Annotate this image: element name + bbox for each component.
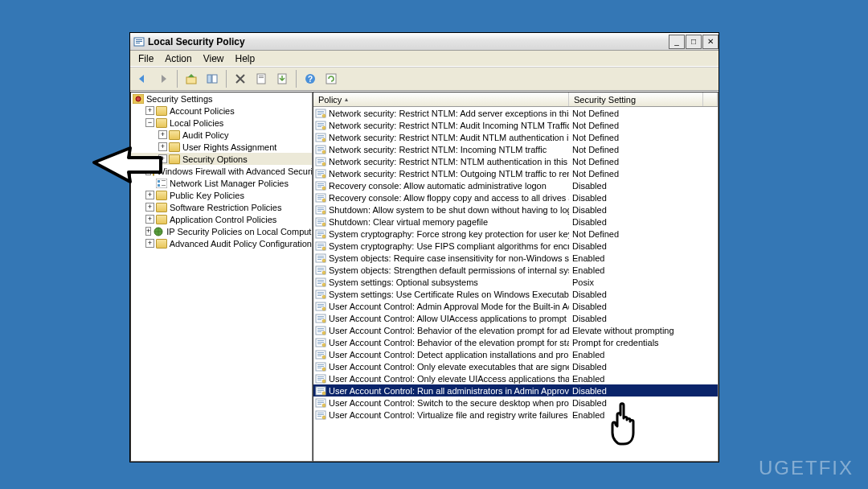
policy-setting: Disabled: [569, 290, 718, 299]
menu-action[interactable]: Action: [160, 51, 196, 66]
policy-row[interactable]: Shutdown: Allow system to be shut down w…: [313, 203, 718, 216]
policy-icon: [315, 145, 326, 154]
expander-icon[interactable]: +: [145, 166, 151, 175]
menu-view[interactable]: View: [199, 51, 229, 66]
app-icon: [133, 36, 145, 47]
policy-row[interactable]: User Account Control: Run all administra…: [313, 384, 718, 397]
tree-app-control[interactable]: +Application Control Policies: [131, 213, 312, 225]
expander-icon[interactable]: +: [158, 154, 167, 163]
svg-rect-3: [136, 43, 140, 43]
tree-user-rights[interactable]: +User Rights Assignment: [131, 141, 312, 153]
menu-help[interactable]: Help: [231, 51, 260, 66]
policy-row[interactable]: System objects: Require case insensitivi…: [313, 252, 718, 264]
column-security-setting[interactable]: Security Setting: [569, 92, 703, 106]
ip-security-icon: [153, 227, 164, 236]
tree-network-list[interactable]: Network List Manager Policies: [131, 177, 312, 189]
tree-software-restriction[interactable]: +Software Restriction Policies: [131, 201, 312, 213]
policy-row[interactable]: Network security: Restrict NTLM: Incomin…: [313, 143, 718, 155]
up-button[interactable]: [182, 70, 200, 88]
policy-row[interactable]: Recovery console: Allow automatic admini…: [313, 179, 718, 191]
policy-row[interactable]: User Account Control: Only elevate UIAcc…: [313, 372, 718, 384]
minimize-button[interactable]: _: [669, 35, 685, 49]
policy-row[interactable]: Recovery console: Allow floppy copy and …: [313, 191, 718, 203]
help-button[interactable]: ?: [301, 70, 319, 88]
tree-account-policies[interactable]: +Account Policies: [131, 105, 312, 117]
close-button[interactable]: ✕: [702, 35, 719, 49]
tree-audit-policy[interactable]: +Audit Policy: [131, 129, 312, 141]
svg-rect-143: [317, 401, 324, 401]
policy-row[interactable]: User Account Control: Behavior of the el…: [313, 336, 718, 348]
expander-icon[interactable]: +: [158, 130, 167, 139]
policy-icon: [315, 326, 326, 335]
svg-rect-148: [317, 413, 324, 413]
policy-row[interactable]: Network security: Restrict NTLM: Audit I…: [313, 119, 718, 131]
tree-firewall[interactable]: +Windows Firewall with Advanced Security: [131, 165, 312, 177]
tree-security-options[interactable]: +Security Options: [131, 153, 312, 165]
policy-row[interactable]: Shutdown: Clear virtual memory pagefileD…: [313, 216, 718, 228]
svg-rect-93: [317, 280, 324, 281]
policy-row[interactable]: Network security: Restrict NTLM: NTLM au…: [313, 155, 718, 167]
expander-icon[interactable]: +: [145, 106, 154, 115]
forward-button[interactable]: [154, 70, 172, 88]
expander-icon[interactable]: +: [145, 203, 154, 212]
svg-point-96: [322, 283, 326, 286]
expander-icon[interactable]: +: [145, 239, 154, 248]
svg-rect-85: [317, 259, 321, 260]
policy-row[interactable]: Network security: Restrict NTLM: Audit N…: [313, 131, 718, 143]
menu-file[interactable]: File: [133, 51, 158, 66]
policy-row[interactable]: User Account Control: Virtualize file an…: [313, 409, 718, 421]
expander-icon[interactable]: +: [145, 227, 151, 236]
maximize-button[interactable]: □: [686, 35, 702, 49]
tree-advanced-audit[interactable]: +Advanced Audit Policy Configuration: [131, 237, 312, 249]
list-header: Policy▴ Security Setting: [313, 92, 718, 107]
tree-root[interactable]: Security Settings: [131, 92, 312, 105]
policy-row[interactable]: Network security: Restrict NTLM: Outgoin…: [313, 167, 718, 179]
svg-rect-20: [162, 185, 166, 186]
policy-row[interactable]: System settings: Optional subsystemsPosi…: [313, 276, 718, 288]
policy-row[interactable]: User Account Control: Only elevate execu…: [313, 360, 718, 372]
refresh-button[interactable]: [322, 70, 340, 88]
tree-label: Advanced Audit Policy Configuration: [170, 239, 312, 249]
expander-icon[interactable]: +: [158, 142, 167, 151]
tree-local-policies[interactable]: −Local Policies: [131, 117, 312, 129]
properties-button[interactable]: [252, 70, 270, 88]
policy-row[interactable]: System cryptography: Use FIPS compliant …: [313, 240, 718, 252]
svg-rect-134: [317, 378, 324, 379]
svg-text:?: ?: [308, 75, 313, 84]
expander-icon[interactable]: +: [145, 215, 154, 224]
policy-icon: [315, 253, 326, 263]
column-policy[interactable]: Policy▴: [313, 92, 569, 106]
expander-icon[interactable]: +: [145, 191, 154, 199]
policy-row[interactable]: User Account Control: Admin Approval Mod…: [313, 300, 718, 312]
tree-label: Audit Policy: [182, 130, 228, 140]
delete-button[interactable]: [231, 70, 249, 88]
policy-row[interactable]: System settings: Use Certificate Rules o…: [313, 288, 718, 300]
svg-rect-35: [317, 138, 321, 139]
policy-row[interactable]: User Account Control: Allow UIAccess app…: [313, 312, 718, 324]
policy-name: System settings: Use Certificate Rules o…: [329, 290, 569, 299]
back-button[interactable]: [133, 70, 151, 88]
policy-name: System cryptography: Force strong key pr…: [329, 229, 569, 239]
policy-row[interactable]: System cryptography: Force strong key pr…: [313, 228, 718, 240]
expander-icon[interactable]: −: [145, 118, 154, 127]
svg-rect-13: [326, 74, 336, 84]
list-body[interactable]: Network security: Restrict NTLM: Add ser…: [313, 107, 718, 461]
tree-ip-security[interactable]: +IP Security Policies on Local Computer: [131, 225, 312, 237]
export-button[interactable]: [273, 70, 291, 88]
policy-row[interactable]: User Account Control: Behavior of the el…: [313, 324, 718, 336]
policy-row[interactable]: User Account Control: Switch to the secu…: [313, 397, 718, 409]
policy-row[interactable]: Network security: Restrict NTLM: Add ser…: [313, 107, 718, 119]
policy-row[interactable]: User Account Control: Detect application…: [313, 348, 718, 360]
policy-icon: [315, 217, 326, 227]
svg-point-46: [322, 162, 326, 166]
titlebar[interactable]: Local Security Policy _ □ ✕: [130, 33, 719, 51]
tree-panel[interactable]: Security Settings +Account Policies −Loc…: [130, 92, 313, 462]
policy-name: System settings: Optional subsystems: [329, 277, 478, 287]
tree-public-key[interactable]: +Public Key Policies: [131, 189, 312, 201]
policy-row[interactable]: System objects: Strengthen default permi…: [313, 264, 718, 276]
svg-rect-2: [136, 41, 142, 42]
svg-rect-50: [317, 175, 321, 175]
show-hide-button[interactable]: [203, 70, 221, 88]
svg-rect-140: [317, 392, 321, 392]
policy-setting: Disabled: [569, 302, 718, 311]
